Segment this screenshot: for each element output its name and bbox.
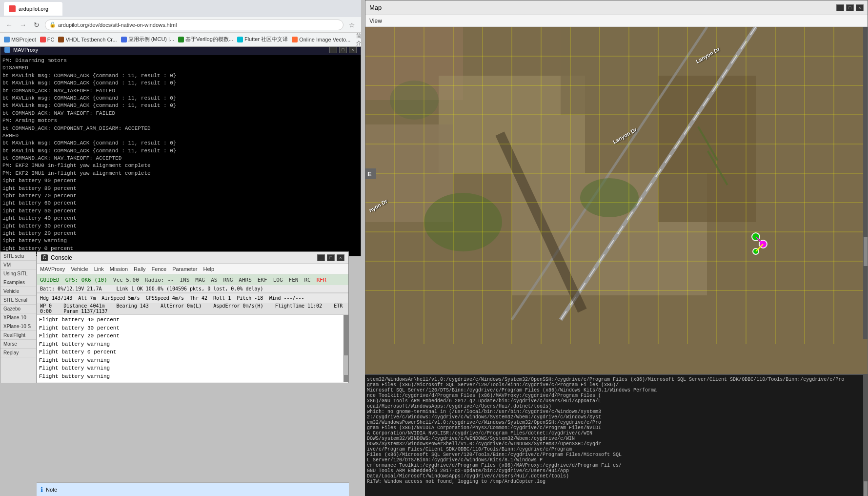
console-scrollbar[interactable] <box>343 315 348 382</box>
terminal-line: GNU Tools ARM Embedded/6 2017-q2-update/… <box>367 468 866 474</box>
back-button[interactable]: ← <box>4 20 15 30</box>
console-maximize[interactable]: □ <box>327 254 335 261</box>
mavproxy-minimize[interactable]: _ <box>329 46 337 53</box>
bookmark-vhdl[interactable]: VHDL Testbench Cr... <box>58 37 117 42</box>
bookmark-fc[interactable]: FC <box>40 37 55 42</box>
map-minimize[interactable]: _ <box>836 4 844 11</box>
svg-point-10 <box>424 193 502 251</box>
menu-vehicle[interactable]: Vehicle <box>71 266 88 272</box>
map-close[interactable]: × <box>856 4 864 11</box>
forward-button[interactable]: → <box>18 20 28 30</box>
log-line: PM: Disarming motors <box>2 57 359 64</box>
tab-favicon <box>9 5 16 12</box>
bookmark-msproject[interactable]: MSProject <box>4 37 36 42</box>
alt-data: Alt 7m <box>78 295 96 301</box>
log-line: Flight battery warning <box>39 356 346 365</box>
console-log[interactable]: Flight battery 40 percent Flight battery… <box>37 315 348 382</box>
map-menu-view[interactable]: View <box>369 18 382 24</box>
mavproxy-terminal[interactable]: PM: Disarming motors DISARMED bt MAVLink… <box>0 55 361 256</box>
menu-mavproxy[interactable]: MAVProxy <box>40 266 65 272</box>
log-line: ight battery 40 percent <box>2 215 359 222</box>
log-line: Flight battery 40 percent <box>39 316 346 324</box>
sidebar-item-sitlserial[interactable]: SITL Serial <box>0 296 36 305</box>
log-line: bt MAVLink msg: COMMAND_ACK {command : 1… <box>2 80 359 87</box>
mavproxy-close[interactable]: × <box>349 46 357 53</box>
pitch-data: Pitch -18 <box>237 295 263 301</box>
sidebar-item-replay[interactable]: Replay <box>0 349 36 357</box>
extensions-button[interactable]: ☆ <box>346 20 357 30</box>
bookmark-icon <box>237 37 243 42</box>
console-close[interactable]: × <box>337 254 344 261</box>
browser-tab[interactable]: ardupilot.org <box>4 2 62 16</box>
bearing-data: Bearing 143 <box>117 303 149 309</box>
sidebar-item-vehicle[interactable]: Vehicle <box>0 287 36 296</box>
flight-data-bar: Hdg 143/143 Alt 7m AirSpeed 5m/s GPSSpee… <box>37 293 348 303</box>
sidebar-item-morse[interactable]: Morse <box>0 340 36 349</box>
menu-fence[interactable]: Fence <box>152 266 167 272</box>
menu-link[interactable]: Link <box>94 266 104 272</box>
console-title: Console <box>51 254 72 261</box>
console-window: C Console _ □ × MAVProxy Vehicle Link Mi… <box>37 251 349 383</box>
wp-data: WP 0 <box>40 303 52 309</box>
svg-rect-52 <box>864 237 868 266</box>
log-line: Flight battery warning <box>39 364 346 372</box>
alt-error-data: AltError 0m(L) <box>161 303 202 309</box>
distance-data: Distance 4041m <box>63 303 104 309</box>
log-line: bt MAVLink msg: COMMAND_ACK {command : 1… <box>2 72 359 80</box>
bookmark-icon <box>121 37 127 42</box>
log-line: Flight battery warning <box>39 340 346 349</box>
sidebar-item-realflight[interactable]: RealFlight <box>0 331 36 340</box>
sidebar-item-xplane10[interactable]: XPlane-10 <box>0 313 36 322</box>
log-line: bt COMMAND_ACK: NAV_TAKEOFF: ACCEPTED <box>2 155 359 162</box>
log-line: bt COMMAND_ACK: NAV_TAKEOFF: FAILED <box>2 110 359 117</box>
sidebar-item-examples[interactable]: Examples <box>0 278 36 287</box>
mavproxy-maximize[interactable]: □ <box>339 46 347 53</box>
terminal-scrollbar[interactable] <box>863 375 868 496</box>
mavproxy-window: MAVProxy _ □ × PM: Disarming motors DISA… <box>0 44 361 256</box>
terminal-panel[interactable]: stem32/WindowsAr\hell/v1.0:/cygdrive/c/W… <box>365 374 868 496</box>
log-line: bt COMMAND_ACK: COMPONENT_ARM_DISARM: AC… <box>2 125 359 132</box>
log-status: LOG <box>273 277 283 283</box>
log-line: ight battery 30 percent <box>2 223 359 230</box>
rc-status: RC <box>304 277 310 283</box>
rfr-status: RFR <box>317 277 326 283</box>
wind-data: Wind ---/--- <box>269 295 304 301</box>
terminal-line: ive/c/Program Files/Client SDK/ODBC/110/… <box>367 447 866 452</box>
map-controls: _ □ × <box>836 4 864 11</box>
console-body: Flight battery 40 percent Flight battery… <box>37 315 348 382</box>
log-line: bt MAVLink msg: COMMAND_ACK {command : 1… <box>2 95 359 102</box>
console-minimize[interactable]: _ <box>317 254 325 261</box>
terminal-line: 2:/cygdrive/c/Windows:/cygdrive/c/Window… <box>367 414 866 420</box>
sidebar-item-gazebo[interactable]: Gazebo <box>0 305 36 313</box>
bookmark-flutter[interactable]: Flutter 社区中文译 <box>237 36 288 43</box>
menu-mission[interactable]: Mission <box>110 266 128 272</box>
terminal-line: em32/WindowsPowerShell/v1.0:/cygdrive/c/… <box>367 420 866 425</box>
menu-parameter[interactable]: Parameter <box>172 266 197 272</box>
log-line: bt COMMAND_ACK: NAV_TAKEOFF: FAILED <box>2 87 359 95</box>
address-bar[interactable]: 🔒 ardupilot.org/dev/docs/sitl-native-on-… <box>45 20 343 30</box>
terminal-line: stem32/WindowsAr\hell/v1.0:/cygdrive/c/W… <box>367 377 866 382</box>
console-titlebar: C Console _ □ × <box>37 252 348 264</box>
bookmark-icon <box>4 37 10 42</box>
log-line: PM: Arming motors <box>2 117 359 124</box>
sidebar-item-xplane10s[interactable]: XPlane-10 S <box>0 322 36 331</box>
bookmark-mcu[interactable]: 应用示例 (MCU) |... <box>121 36 175 43</box>
refresh-button[interactable]: ↻ <box>31 20 42 30</box>
terminal-line: Data/Local/Microsoft/WindowsApps:/cygdri… <box>367 474 866 479</box>
sidebar-item-vm[interactable]: VM <box>0 261 36 269</box>
menu-rally[interactable]: Rally <box>134 266 145 272</box>
terminal-line: A Corporation/NVIDIA NvDLISR:/cygdrive/c… <box>367 431 866 436</box>
map-title: Map <box>369 4 382 11</box>
address-text: ardupilot.org/dev/docs/sitl-native-on-wi… <box>58 22 177 28</box>
log-line: ARMED <box>2 132 359 140</box>
bookmark-image[interactable]: Online Image Vecto... <box>292 37 350 42</box>
note-bar: ℹ Note <box>37 482 349 496</box>
map-maximize[interactable]: □ <box>846 4 854 11</box>
log-line: PM: EKF2 IMU1 in-flight yaw alignment co… <box>2 170 359 177</box>
mavproxy-icon <box>4 47 10 53</box>
menu-help[interactable]: Help <box>203 266 215 272</box>
browser-tab-bar: ardupilot.org <box>0 0 361 17</box>
sidebar-item-sitlsetu[interactable]: SITL setu <box>0 252 36 261</box>
bookmark-verilog[interactable]: 基于Verilog的模数... <box>178 36 233 43</box>
sidebar-item-using-sitl[interactable]: Using SITL <box>0 269 36 278</box>
